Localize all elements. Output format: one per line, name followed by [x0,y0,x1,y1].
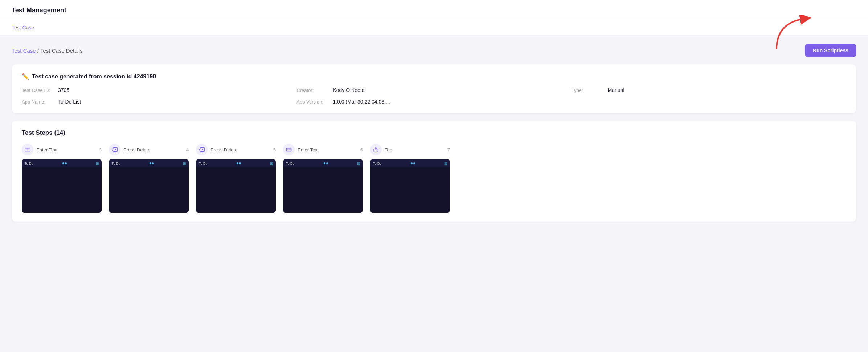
step-action-label: Press Delete [123,147,183,153]
info-card: ✏️ Test case generated from session id 4… [12,64,856,113]
step-icon-delete [196,144,208,155]
sub-nav-test-case[interactable]: Test Case [12,25,34,31]
info-field-test-case-id: Test Case ID: 3705 [22,87,296,93]
step-item: Enter Text 6 To Do ⊞ [283,144,363,213]
step-item: Press Delete 4 To Do ⊞ [109,144,189,213]
step-item: Enter Text 3 To Do ⊞ [22,144,102,213]
breadcrumb: Test Case / Test Case Details [12,48,83,54]
steps-title: Test Steps (14) [22,129,846,137]
step-icon-delete [109,144,120,155]
steps-card: Test Steps (14) [12,121,856,222]
step-screenshot: To Do ⊞ [196,159,276,213]
info-field-app-version: App Version: 1.0.0 (Mar 30,22 04:03:... [296,99,571,105]
pencil-icon: ✏️ [22,73,29,80]
step-screenshot: To Do ⊞ [283,159,363,213]
svg-rect-13 [286,148,291,151]
step-number: 7 [447,147,450,153]
step-item: Tap 7 To Do ⊞ [370,144,450,213]
step-number: 3 [99,147,102,153]
step-number: 6 [360,147,363,153]
step-number: 4 [186,147,189,153]
breadcrumb-link[interactable]: Test Case [12,48,36,54]
info-grid: Test Case ID: 3705 Creator: Kody O Keefe… [22,87,846,105]
step-action-label: Enter Text [36,147,96,153]
svg-rect-1 [25,148,30,151]
step-action-label: Press Delete [210,147,270,153]
step-screenshot: To Do ⊞ [109,159,189,213]
step-screenshot: To Do ⊞ [370,159,450,213]
page-title: Test Management [12,7,856,14]
breadcrumb-current: Test Case Details [40,48,83,54]
step-action-label: Tap [385,147,445,153]
step-number: 5 [273,147,276,153]
breadcrumb-separator: / [37,48,40,54]
steps-row: Enter Text 3 To Do ⊞ [22,144,846,213]
info-field-creator: Creator: Kody O Keefe [296,87,571,93]
step-icon-keyboard [22,144,33,155]
info-field-app-name: App Name: To-Do List [22,99,296,105]
step-screenshot: To Do ⊞ [22,159,102,213]
step-item: Press Delete 5 To Do ⊞ [196,144,276,213]
step-action-label: Enter Text [298,147,357,153]
step-icon-tap [370,144,382,155]
info-card-title: ✏️ Test case generated from session id 4… [22,73,846,80]
run-btn-wrapper: Run Scriptless [805,44,856,57]
step-icon-keyboard [283,144,295,155]
run-scriptless-button[interactable]: Run Scriptless [805,44,856,57]
info-field-type: Type: Manual [572,87,846,93]
